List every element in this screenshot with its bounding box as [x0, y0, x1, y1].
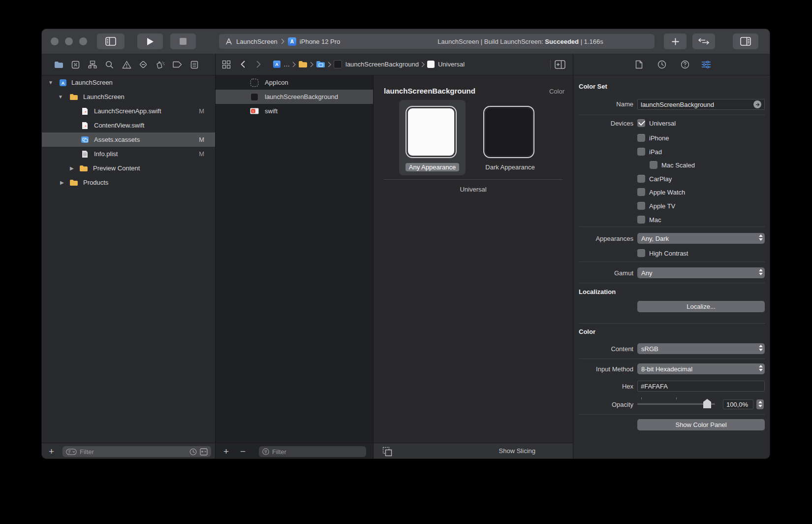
- breadcrumb-colorset[interactable]: launchScreenBackground: [345, 61, 419, 68]
- checkbox-apple-tv[interactable]: [637, 202, 645, 210]
- assets-breadcrumb-icon[interactable]: [316, 61, 325, 68]
- test-diamond-icon: [139, 60, 148, 69]
- breadcrumb-project[interactable]: …: [283, 61, 290, 68]
- input-method-popup[interactable]: 8-bit Hexadecimal: [637, 363, 765, 374]
- pane-divider[interactable]: [573, 75, 573, 459]
- tree-row-project[interactable]: ▼ A LaunchScreen: [42, 75, 215, 90]
- opacity-slider-knob[interactable]: [703, 399, 711, 408]
- tree-row-folder[interactable]: ▶ Products: [42, 175, 215, 190]
- asset-filter-field[interactable]: Filter: [259, 446, 366, 457]
- appearances-popup[interactable]: Any, Dark: [637, 233, 765, 244]
- minimize-window-button[interactable]: [65, 37, 73, 45]
- localize-button[interactable]: Localize...: [637, 301, 765, 312]
- stop-button[interactable]: [170, 33, 196, 49]
- editor-bottom-bar: Show Slicing: [374, 443, 573, 459]
- add-file-button[interactable]: +: [49, 443, 54, 459]
- checkbox-mac[interactable]: [637, 216, 645, 224]
- toggle-inspector-button[interactable]: [733, 33, 758, 49]
- add-editor-button[interactable]: [555, 54, 565, 75]
- debug-navigator-tab[interactable]: [155, 60, 166, 69]
- slicing-preview-icon[interactable]: [382, 447, 393, 457]
- appearances-label: Appearances: [573, 235, 633, 242]
- go-forward-button[interactable]: [256, 54, 261, 75]
- go-back-button[interactable]: [241, 54, 245, 75]
- tree-row-group[interactable]: ▼ LaunchScreen: [42, 90, 215, 104]
- checkbox-iphone[interactable]: [637, 134, 645, 142]
- color-section-header: Color: [579, 328, 595, 335]
- pane-divider[interactable]: [215, 75, 216, 459]
- folder-breadcrumb-icon[interactable]: [298, 61, 308, 68]
- question-mark-icon: [681, 60, 689, 69]
- gamut-popup[interactable]: Any: [637, 267, 765, 278]
- opacity-stepper[interactable]: [756, 399, 764, 409]
- quick-help-inspector-tab[interactable]: [679, 60, 691, 69]
- tree-row-folder[interactable]: ▶ Preview Content: [42, 161, 215, 175]
- checkbox-carplay[interactable]: [637, 175, 645, 183]
- destination-icon: A: [288, 37, 296, 46]
- swift-file-icon: [80, 107, 89, 115]
- hex-field[interactable]: #FAFAFA: [637, 381, 765, 392]
- library-add-button[interactable]: [664, 33, 687, 49]
- folder-icon: [54, 61, 63, 68]
- run-button[interactable]: [137, 33, 163, 49]
- pane-divider[interactable]: [373, 75, 374, 459]
- content-area: ▼ A LaunchScreen ▼ LaunchScreen LaunchSc…: [42, 75, 770, 459]
- chevron-right-icon: [281, 38, 284, 44]
- disclosure-open-icon[interactable]: ▼: [58, 94, 63, 99]
- remove-asset-button[interactable]: −: [240, 443, 246, 459]
- show-color-panel-button[interactable]: Show Color Panel: [637, 419, 765, 430]
- file-inspector-tab[interactable]: [633, 60, 645, 69]
- activity-status[interactable]: LaunchScreen | Build LaunchScreen: Succe…: [386, 34, 655, 49]
- code-review-button[interactable]: [692, 33, 715, 49]
- checkbox-apple-watch[interactable]: [637, 188, 645, 196]
- find-navigator-tab[interactable]: [103, 60, 115, 69]
- name-field[interactable]: launchScreenBackground: [637, 99, 765, 110]
- attributes-inspector-tab[interactable]: [700, 60, 712, 69]
- toggle-navigator-button[interactable]: [97, 33, 125, 49]
- asset-row-colorset-selected[interactable]: launchScreenBackground: [216, 90, 373, 104]
- source-control-navigator-tab[interactable]: [69, 60, 81, 69]
- show-slicing-button[interactable]: Show Slicing: [499, 447, 535, 455]
- checkbox-high-contrast[interactable]: [637, 249, 645, 257]
- colorset-breadcrumb-icon: [334, 60, 342, 68]
- checkbox-mac-scaled[interactable]: [650, 161, 657, 169]
- project-navigator-tab[interactable]: [53, 60, 64, 69]
- test-navigator-tab[interactable]: [137, 60, 149, 69]
- add-asset-button[interactable]: +: [223, 443, 229, 459]
- zoom-window-button[interactable]: [79, 37, 87, 45]
- tree-row-assets-selected[interactable]: Assets.xcassets M: [42, 132, 215, 147]
- any-appearance-swatch[interactable]: Any Appearance: [399, 100, 466, 175]
- navigator-filter-field[interactable]: Filter: [62, 446, 211, 457]
- folder-icon: [79, 164, 88, 172]
- asset-row-image[interactable]: S swift: [216, 104, 373, 118]
- history-inspector-tab[interactable]: [656, 60, 668, 69]
- scheme-selector[interactable]: LaunchScreen A iPhone 12 Pro: [219, 34, 393, 49]
- breadcrumb-idiom[interactable]: Universal: [438, 61, 465, 68]
- divider: [579, 323, 765, 324]
- symbol-navigator-tab[interactable]: [87, 60, 98, 69]
- name-label: Name: [573, 100, 633, 108]
- tree-row-file[interactable]: Info.plist M: [42, 147, 215, 161]
- issue-navigator-tab[interactable]: [121, 60, 132, 69]
- breakpoint-navigator-tab[interactable]: [171, 60, 183, 69]
- disclosure-closed-icon[interactable]: ▶: [70, 165, 74, 171]
- project-breadcrumb-icon[interactable]: A: [273, 61, 281, 68]
- report-navigator-tab[interactable]: [188, 60, 200, 69]
- related-items-button[interactable]: [222, 54, 231, 75]
- disclosure-closed-icon[interactable]: ▶: [60, 180, 64, 185]
- checkbox-ipad[interactable]: [637, 148, 645, 156]
- disclosure-open-icon[interactable]: ▼: [48, 80, 53, 85]
- tree-row-file[interactable]: LaunchScreenApp.swift M: [42, 104, 215, 118]
- tree-row-file[interactable]: ContentView.swift: [42, 118, 215, 132]
- xcodeproj-icon: A: [59, 79, 67, 87]
- jump-to-arrow-icon[interactable]: [753, 100, 761, 108]
- recents-filter-icon[interactable]: [189, 448, 197, 456]
- asset-row-appicon[interactable]: AppIcon: [216, 75, 373, 90]
- flagged-filter-icon[interactable]: [200, 448, 208, 456]
- close-window-button[interactable]: [51, 37, 59, 45]
- chevron-right-icon: [256, 61, 261, 68]
- opacity-value-field[interactable]: 100,0%: [723, 399, 753, 409]
- checkbox-universal-checked[interactable]: [637, 119, 645, 127]
- content-popup[interactable]: sRGB: [637, 343, 765, 354]
- dark-appearance-swatch[interactable]: Dark Appearance: [477, 100, 543, 175]
